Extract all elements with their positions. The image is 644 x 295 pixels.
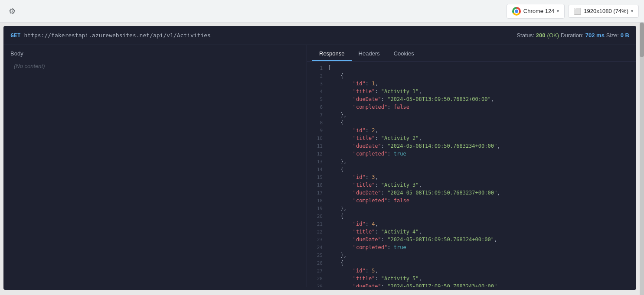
line-content: "completed": true bbox=[328, 244, 633, 250]
duration-label: Duration: bbox=[561, 32, 584, 39]
response-line: 27 "id": 5, bbox=[307, 268, 636, 276]
line-number: 13 bbox=[311, 159, 323, 165]
response-body[interactable]: 1[2 {3 "id": 1,4 "title": "Activity 1",5… bbox=[307, 62, 636, 287]
response-line: 23 "dueDate": "2024-05-08T16:09:50.76832… bbox=[307, 237, 636, 244]
line-number: 9 bbox=[311, 127, 323, 133]
response-line: 9 "id": 2, bbox=[307, 127, 636, 135]
line-content: "title": "Activity 4", bbox=[328, 229, 633, 235]
line-number: 8 bbox=[311, 120, 323, 126]
line-number: 16 bbox=[311, 182, 323, 188]
line-number: 14 bbox=[311, 166, 323, 172]
response-line: 26 { bbox=[307, 260, 636, 268]
response-line: 29 "dueDate": "2024-05-08T17:09:50.76832… bbox=[307, 283, 636, 287]
panels: Body (No content) Response Headers Cooki… bbox=[3, 45, 636, 287]
line-number: 3 bbox=[311, 81, 323, 87]
settings-button[interactable]: ⚙ bbox=[5, 4, 19, 18]
browser-name: Chrome 124 bbox=[523, 8, 555, 14]
status-text: (OK) bbox=[547, 32, 559, 39]
line-content: }, bbox=[328, 252, 633, 258]
line-number: 27 bbox=[311, 268, 323, 274]
line-content: }, bbox=[328, 205, 633, 211]
line-number: 17 bbox=[311, 190, 323, 196]
response-line: 1[ bbox=[307, 65, 636, 73]
line-number: 2 bbox=[311, 73, 323, 79]
resolution-chevron-icon: ▾ bbox=[631, 9, 633, 13]
response-line: 20 { bbox=[307, 213, 636, 221]
line-content: "dueDate": "2024-05-08T17:09:50.7683243+… bbox=[328, 283, 633, 287]
line-number: 28 bbox=[311, 276, 323, 282]
response-line: 24 "completed": true bbox=[307, 244, 636, 252]
line-number: 20 bbox=[311, 213, 323, 219]
response-line: 15 "id": 3, bbox=[307, 174, 636, 182]
line-content: "id": 1, bbox=[328, 81, 633, 87]
response-line: 25 }, bbox=[307, 252, 636, 260]
line-number: 18 bbox=[311, 198, 323, 204]
line-content: { bbox=[328, 213, 633, 219]
line-number: 4 bbox=[311, 88, 323, 94]
line-number: 24 bbox=[311, 244, 323, 250]
scrollbar-thumb[interactable] bbox=[640, 23, 644, 57]
line-content: "title": "Activity 1", bbox=[328, 88, 633, 94]
resolution-selector[interactable]: ⬜ 1920x1080 (74%) ▾ bbox=[568, 5, 639, 18]
chrome-icon bbox=[512, 7, 521, 16]
right-panel: Response Headers Cookies 1[2 {3 "id": 1,… bbox=[307, 45, 636, 287]
line-content: }, bbox=[328, 112, 633, 118]
no-content-label: (No content) bbox=[10, 61, 300, 71]
line-content: "dueDate": "2024-05-08T14:09:50.7683234+… bbox=[328, 143, 633, 149]
line-content: "id": 4, bbox=[328, 221, 633, 227]
response-line: 3 "id": 1, bbox=[307, 81, 636, 88]
tab-response[interactable]: Response bbox=[312, 47, 352, 61]
size-label: Size: bbox=[606, 32, 619, 39]
line-content: "dueDate": "2024-05-08T16:09:50.768324+0… bbox=[328, 237, 633, 243]
body-panel-title: Body bbox=[10, 50, 300, 57]
response-line: 14 { bbox=[307, 166, 636, 174]
line-number: 5 bbox=[311, 96, 323, 102]
browser-chevron-icon: ▾ bbox=[557, 9, 559, 13]
response-line: 13 }, bbox=[307, 159, 636, 166]
response-line: 28 "title": "Activity 5", bbox=[307, 276, 636, 283]
line-content: "dueDate": "2024-05-08T15:09:50.7683237+… bbox=[328, 190, 633, 196]
response-line: 19 }, bbox=[307, 205, 636, 213]
response-line: 7 }, bbox=[307, 112, 636, 120]
status-info: Status: 200 (OK) Duration: 702 ms Size: … bbox=[517, 32, 629, 39]
request-url: https://fakerestapi.azurewebsites.net/ap… bbox=[24, 32, 210, 39]
line-content: "title": "Activity 3", bbox=[328, 182, 633, 188]
line-content: "title": "Activity 2", bbox=[328, 135, 633, 141]
line-number: 19 bbox=[311, 205, 323, 211]
line-content: "title": "Activity 5", bbox=[328, 276, 633, 282]
response-line: 5 "dueDate": "2024-05-08T13:09:50.76832+… bbox=[307, 96, 636, 104]
line-content: { bbox=[328, 120, 633, 126]
line-content: "completed": false bbox=[328, 104, 633, 110]
response-line: 4 "title": "Activity 1", bbox=[307, 88, 636, 96]
request-line: GET https://fakerestapi.azurewebsites.ne… bbox=[3, 26, 636, 45]
line-content: "id": 5, bbox=[328, 268, 633, 274]
response-line: 22 "title": "Activity 4", bbox=[307, 229, 636, 237]
line-number: 21 bbox=[311, 221, 323, 227]
response-line: 12 "completed": true bbox=[307, 151, 636, 159]
left-panel: Body (No content) bbox=[3, 45, 307, 287]
line-content: }, bbox=[328, 159, 633, 165]
main-content: GET https://fakerestapi.azurewebsites.ne… bbox=[3, 26, 636, 290]
browser-selector[interactable]: Chrome 124 ▾ bbox=[507, 4, 565, 19]
line-number: 7 bbox=[311, 112, 323, 118]
line-content: [ bbox=[328, 65, 633, 71]
response-line: 17 "dueDate": "2024-05-08T15:09:50.76832… bbox=[307, 190, 636, 198]
tabs-bar: Response Headers Cookies bbox=[307, 45, 636, 62]
resolution-label: 1920x1080 (74%) bbox=[584, 8, 628, 14]
response-line: 8 { bbox=[307, 120, 636, 127]
response-line: 18 "completed": false bbox=[307, 198, 636, 205]
line-content: "completed": true bbox=[328, 151, 633, 157]
status-code: 200 bbox=[536, 32, 546, 39]
http-method: GET bbox=[10, 32, 20, 39]
tab-headers[interactable]: Headers bbox=[352, 47, 387, 61]
line-number: 22 bbox=[311, 229, 323, 235]
response-line: 2 { bbox=[307, 73, 636, 81]
line-number: 15 bbox=[311, 174, 323, 180]
line-number: 11 bbox=[311, 143, 323, 149]
response-line: 21 "id": 4, bbox=[307, 221, 636, 229]
tab-cookies[interactable]: Cookies bbox=[387, 47, 421, 61]
line-content: "completed": false bbox=[328, 198, 633, 204]
line-number: 12 bbox=[311, 151, 323, 157]
scrollbar-track bbox=[640, 23, 644, 295]
top-bar: ⚙ Chrome 124 ▾ ⬜ 1920x1080 (74%) ▾ bbox=[0, 0, 644, 23]
